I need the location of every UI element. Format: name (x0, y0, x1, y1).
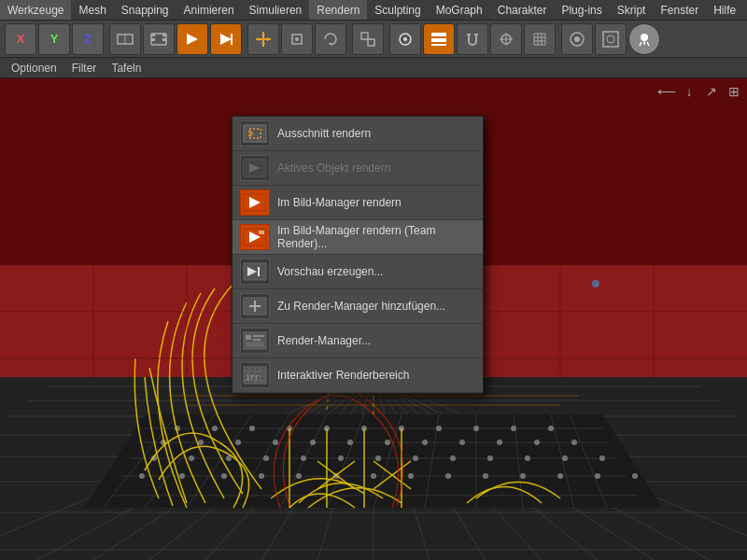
snap-btn[interactable] (490, 23, 522, 55)
vorschau-label: Vorschau erzeugen... (277, 265, 383, 278)
svg-point-93 (273, 440, 278, 445)
svg-point-125 (520, 473, 526, 479)
svg-point-113 (562, 455, 568, 461)
nav-down-icon[interactable]: ↓ (680, 82, 698, 101)
svg-point-112 (525, 455, 530, 461)
menu-charakter[interactable]: Charakter (490, 0, 555, 20)
svg-point-87 (473, 426, 479, 431)
filter-btn[interactable]: Filter (64, 60, 105, 77)
svg-point-98 (459, 440, 465, 445)
add-render-icon (240, 293, 270, 319)
menu-werkzeuge[interactable]: Werkzeuge (0, 0, 71, 20)
svg-marker-13 (267, 37, 271, 41)
svg-point-123 (445, 473, 451, 479)
svg-point-115 (139, 473, 145, 479)
nav-left-icon[interactable]: ⟵ (657, 82, 676, 101)
menu-team-render[interactable]: Im Bild-Manager rendern (Team Render)... (233, 220, 483, 255)
axis-x-btn[interactable]: X (5, 23, 36, 55)
film-btn[interactable] (143, 23, 175, 55)
sep-2 (243, 23, 247, 55)
svg-point-109 (413, 455, 418, 461)
render-view-btn[interactable] (561, 23, 593, 55)
menu-fenster[interactable]: Fenster (653, 0, 706, 20)
transform-btn[interactable] (352, 23, 384, 55)
menu-vorschau-erzeugen[interactable]: Vorschau erzeugen... (233, 255, 483, 289)
svg-point-119 (296, 473, 302, 479)
svg-point-116 (179, 473, 185, 479)
svg-point-126 (557, 473, 563, 479)
menu-rendern[interactable]: Rendern (309, 0, 367, 20)
sep-4 (385, 23, 388, 55)
svg-rect-23 (431, 38, 446, 42)
menu-simulieren[interactable]: Simulieren (242, 0, 310, 20)
svg-rect-173 (253, 335, 264, 337)
render-view2-btn[interactable] (595, 23, 627, 55)
options-btn[interactable]: Optionen (4, 60, 64, 77)
svg-point-110 (450, 455, 456, 461)
svg-point-80 (212, 426, 218, 431)
svg-rect-175 (246, 342, 264, 347)
svg-point-86 (436, 426, 442, 431)
menu-zu-render-manager-hinzufuegen[interactable]: Zu Render-Manager hinzufügen... (233, 289, 483, 324)
bild-manager-icon (240, 189, 270, 216)
tafeln-btn[interactable]: Tafeln (104, 60, 148, 77)
menu-ausschnitt-rendern[interactable]: Ausschnitt rendern (233, 117, 483, 151)
add-render-label: Zu Render-Manager hinzufügen... (277, 300, 445, 313)
sep-3 (347, 23, 351, 55)
nav-fit-icon[interactable]: ↗ (702, 82, 721, 101)
svg-rect-17 (361, 33, 368, 39)
light-btn[interactable] (628, 23, 660, 55)
irr-icon: irr (240, 362, 270, 388)
render-dropdown-menu: Ausschnitt rendern Aktives Objekt render… (232, 116, 484, 394)
svg-rect-172 (246, 335, 251, 340)
svg-point-15 (295, 37, 299, 41)
menu-hilfe[interactable]: Hilfe (706, 0, 743, 20)
rotate-btn[interactable] (315, 23, 346, 55)
axis-z-btn[interactable]: Z (72, 23, 104, 55)
render2-btn[interactable] (210, 23, 242, 55)
svg-point-91 (198, 440, 204, 445)
svg-point-101 (571, 440, 577, 445)
menu-skript[interactable]: Skript (610, 0, 654, 20)
menu-mograph[interactable]: MoGraph (429, 0, 490, 20)
render-queue-btn[interactable] (423, 23, 455, 55)
svg-point-107 (338, 455, 344, 461)
menu-sculpting[interactable]: Sculpting (367, 0, 428, 20)
menu-plugins[interactable]: Plug-ins (554, 0, 609, 20)
svg-rect-174 (253, 339, 261, 341)
menu-render-manager[interactable]: Render-Manager... (233, 324, 483, 358)
svg-point-127 (595, 473, 600, 479)
svg-point-34 (641, 34, 648, 41)
svg-rect-5 (162, 34, 166, 36)
scale-btn[interactable] (281, 23, 313, 55)
move-btn[interactable] (247, 23, 279, 55)
svg-marker-8 (220, 34, 232, 45)
menu-animieren[interactable]: Animieren (176, 0, 242, 20)
render-settings-btn[interactable] (389, 23, 421, 55)
svg-point-33 (607, 35, 614, 43)
svg-point-81 (249, 426, 255, 431)
render-btn[interactable] (176, 23, 208, 55)
svg-point-105 (263, 455, 269, 461)
svg-rect-22 (431, 33, 446, 36)
ausschnitt-icon (240, 120, 270, 147)
svg-rect-155 (244, 125, 266, 142)
svg-marker-7 (187, 34, 198, 45)
axis-y-btn[interactable]: Y (38, 23, 70, 55)
menu-interaktiver-renderbereich[interactable]: irr Interaktiver Renderbereich (233, 358, 483, 393)
scene-btn[interactable] (109, 23, 141, 55)
nav-view-icon[interactable]: ⊞ (725, 82, 743, 101)
svg-point-121 (371, 473, 376, 479)
menu-snapping[interactable]: Snapping (114, 0, 176, 20)
svg-rect-164 (259, 231, 264, 234)
magnet-btn[interactable] (457, 23, 488, 55)
menu-mesh[interactable]: Mesh (71, 0, 113, 20)
menu-im-bild-manager-rendern[interactable]: Im Bild-Manager rendern (233, 186, 483, 220)
svg-point-128 (632, 473, 638, 479)
svg-point-104 (226, 455, 232, 461)
svg-rect-6 (162, 38, 166, 41)
grid-snap-btn[interactable] (524, 23, 556, 55)
svg-point-99 (497, 440, 502, 445)
svg-point-95 (347, 440, 353, 445)
viewport[interactable]: ⟵ ↓ ↗ ⊞ Ausschnitt rendern Aktives Objek… (0, 78, 747, 560)
